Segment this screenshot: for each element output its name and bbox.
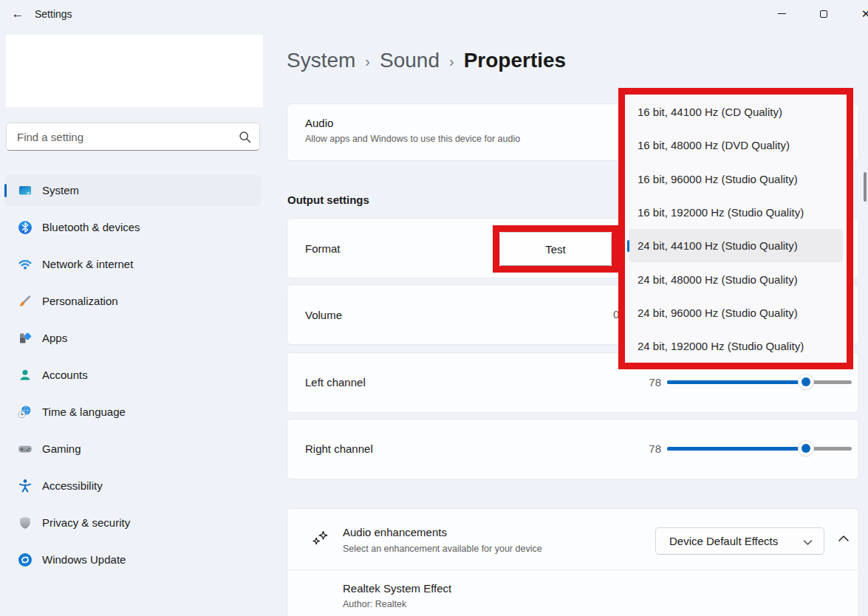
windows-update-icon: [17, 552, 33, 568]
accessibility-icon: [17, 478, 33, 494]
slider-thumb[interactable]: [799, 374, 813, 389]
format-option-5[interactable]: 24 bit, 48000 Hz (Studio Quality): [629, 262, 843, 295]
sidebar-item-time-language[interactable]: Time & language: [4, 397, 262, 428]
format-option-1[interactable]: 16 bit, 48000 Hz (DVD Quality): [629, 129, 843, 162]
search-input[interactable]: [17, 124, 231, 149]
breadcrumb-system[interactable]: System: [287, 49, 355, 72]
format-dropdown-annotation-box: 16 bit, 44100 Hz (CD Quality) 16 bit, 48…: [618, 88, 853, 369]
right-channel-value: 78: [643, 442, 661, 455]
sidebar-item-privacy-security[interactable]: Privacy & security: [4, 507, 262, 538]
close-icon: ✕: [861, 8, 868, 19]
audio-enhancements-subtitle: Select an enhancement available for your…: [343, 544, 542, 554]
left-channel-value: 78: [643, 376, 661, 389]
format-label: Format: [305, 242, 341, 255]
left-channel-slider[interactable]: [667, 374, 852, 389]
breadcrumb-sound[interactable]: Sound: [380, 49, 440, 72]
test-button[interactable]: Test: [499, 232, 612, 266]
card-divider: [288, 569, 858, 570]
system-icon: [17, 182, 33, 199]
format-option-0[interactable]: 16 bit, 44100 Hz (CD Quality): [629, 95, 843, 129]
breadcrumb-separator: ›: [449, 51, 454, 70]
output-settings-header: Output settings: [287, 194, 369, 206]
realtek-effect-title: Realtek System Effect: [343, 582, 451, 595]
format-dropdown-flyout: 16 bit, 44100 Hz (CD Quality) 16 bit, 48…: [625, 95, 847, 363]
sidebar-item-accounts[interactable]: Accounts: [4, 360, 262, 391]
test-button-annotation-box: Test: [493, 225, 618, 273]
sidebar-item-bluetooth-devices[interactable]: Bluetooth & devices: [4, 212, 262, 243]
selection-pill: [4, 184, 7, 197]
sidebar-item-windows-update[interactable]: Windows Update: [4, 544, 262, 575]
time-language-icon: [17, 404, 33, 420]
slider-thumb[interactable]: [799, 441, 813, 456]
bluetooth-icon: [17, 219, 33, 236]
close-button[interactable]: ✕: [849, 0, 868, 27]
format-option-3[interactable]: 16 bit, 192000 Hz (Studio Quality): [629, 196, 843, 229]
chevron-up-icon[interactable]: [838, 535, 850, 542]
back-button[interactable]: ←: [6, 4, 30, 24]
left-channel-label: Left channel: [305, 376, 366, 389]
chevron-down-icon: [803, 539, 813, 546]
format-option-2[interactable]: 16 bit, 96000 Hz (Studio Quality): [629, 162, 843, 196]
minimize-button[interactable]: [765, 0, 799, 27]
enhancements-dropdown-value: Device Default Effects: [656, 535, 778, 547]
format-option-4[interactable]: 24 bit, 44100 Hz (Studio Quality): [629, 229, 843, 262]
volume-label: Volume: [305, 309, 342, 321]
sparkle-icon: [310, 529, 330, 549]
scrollbar-thumb[interactable]: [864, 172, 867, 202]
search-icon: [239, 131, 251, 143]
audio-enhancements-title: Audio enhancements: [343, 526, 447, 538]
sidebar-item-network-internet[interactable]: Network & internet: [4, 249, 262, 280]
selection-pill: [627, 240, 629, 252]
privacy-icon: [17, 515, 33, 531]
sidebar-item-system[interactable]: System: [4, 175, 262, 206]
breadcrumb: System › Sound › Properties: [287, 46, 566, 75]
format-option-7[interactable]: 24 bit, 192000 Hz (Studio Quality): [629, 329, 843, 363]
settings-window: ← Settings ✕ System: [0, 0, 868, 616]
right-channel-slider[interactable]: [667, 441, 852, 456]
audio-enhancements-card: Audio enhancements Select an enhancement…: [287, 508, 859, 616]
volume-value-partial: 0: [613, 308, 618, 323]
minimize-icon: [778, 13, 786, 14]
sidebar-item-apps[interactable]: Apps: [4, 323, 262, 354]
sidebar-item-gaming[interactable]: Gaming: [4, 434, 262, 465]
sidebar-item-accessibility[interactable]: Accessibility: [4, 470, 262, 502]
gaming-icon: [17, 441, 33, 457]
window-title: Settings: [35, 8, 72, 20]
audio-card-subtitle: Allow apps and Windows to use this devic…: [305, 134, 520, 144]
right-channel-label: Right channel: [305, 442, 373, 455]
slider-fill: [667, 447, 806, 451]
slider-fill: [667, 380, 806, 384]
maximize-button[interactable]: [807, 0, 841, 27]
account-card-placeholder: [6, 35, 263, 107]
format-option-6[interactable]: 24 bit, 96000 Hz (Studio Quality): [629, 296, 843, 329]
personalization-icon: [17, 293, 33, 309]
accounts-icon: [17, 367, 33, 383]
search-box[interactable]: [6, 123, 260, 151]
apps-icon: [17, 330, 33, 346]
right-channel-row: Right channel 78: [287, 419, 859, 479]
slider-track[interactable]: [667, 447, 852, 451]
realtek-effect-author: Author: Realtek: [343, 599, 406, 609]
page-title: Properties: [464, 49, 567, 72]
maximize-icon: [820, 10, 827, 18]
enhancements-dropdown[interactable]: Device Default Effects: [655, 527, 824, 555]
sidebar-item-personalization[interactable]: Personalization: [4, 286, 262, 317]
breadcrumb-separator: ›: [365, 51, 370, 70]
slider-track[interactable]: [667, 380, 852, 384]
network-icon: [17, 256, 33, 273]
audio-card-title: Audio: [305, 117, 333, 129]
